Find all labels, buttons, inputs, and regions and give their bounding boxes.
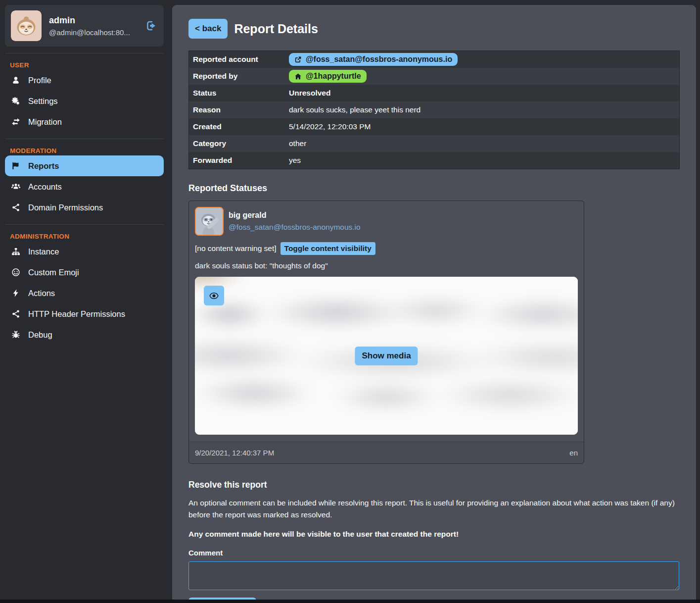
status-display-name: big gerald (229, 211, 361, 220)
sidebar-item-label: Migration (28, 117, 62, 127)
media-sensitive-toggle-button[interactable] (204, 286, 224, 305)
smiley-icon (11, 267, 21, 277)
resolve-section: Resolve this report An optional comment … (188, 480, 680, 603)
user-handle: @admin@localhost:80... (49, 28, 138, 37)
table-row: Category other (189, 135, 679, 152)
user-name: admin (49, 15, 138, 26)
sidebar-item-label: Debug (28, 330, 52, 340)
sidebar-item-debug[interactable]: Debug (5, 324, 164, 345)
reported-by-pill[interactable]: @1happyturtle (289, 70, 367, 83)
table-row: Reason dark souls sucks, please yeet thi… (189, 101, 679, 118)
user-icon (11, 75, 21, 85)
created-value: 5/14/2022, 12:20:03 PM (289, 120, 374, 133)
reported-account-handle: @foss_satan@fossbros-anonymous.io (306, 55, 452, 64)
row-label: Category (189, 136, 289, 151)
reported-account-pill[interactable]: @foss_satan@fossbros-anonymous.io (289, 53, 458, 66)
show-media-button[interactable]: Show media (355, 347, 418, 365)
status-handle[interactable]: @foss_satan@fossbros-anonymous.io (229, 223, 361, 232)
resolve-warning: Any comment made here will be visible to… (188, 530, 680, 539)
status-footer: 9/20/2021, 12:40:37 PM en (189, 442, 584, 463)
reported-by-handle: @1happyturtle (306, 72, 361, 81)
eye-icon (209, 291, 219, 301)
logout-icon[interactable] (145, 19, 158, 32)
sidebar-item-profile[interactable]: Profile (5, 70, 164, 91)
share-nodes-icon (11, 202, 21, 212)
status-card: big gerald @foss_satan@fossbros-anonymou… (188, 201, 584, 464)
table-row: Reported account @foss_satan@fossbros-an… (189, 51, 679, 68)
sidebar-item-label: Custom Emoji (28, 268, 79, 277)
sidebar-item-label: Accounts (28, 182, 62, 192)
bottom-strip (0, 600, 700, 603)
divider (5, 139, 164, 139)
sidebar-item-label: Instance (28, 247, 59, 256)
avatar (11, 10, 42, 41)
sidebar-item-custom-emoji[interactable]: Custom Emoji (5, 262, 164, 283)
sidebar-item-reports[interactable]: Reports (5, 155, 164, 176)
status-content: dark souls status bot: "thoughts of dog" (195, 261, 578, 270)
row-label: Created (189, 119, 289, 134)
sidebar-item-migration[interactable]: Migration (5, 111, 164, 132)
row-label: Forwarded (189, 153, 289, 168)
status-timestamp: 9/20/2021, 12:40:37 PM (195, 449, 274, 457)
reason-value: dark souls sucks, please yeet this nerd (289, 103, 424, 116)
sitemap-icon (11, 247, 21, 256)
comment-label: Comment (188, 549, 680, 557)
sidebar-item-label: Profile (28, 76, 51, 85)
status-value: Unresolved (289, 87, 334, 100)
sidebar-item-label: Domain Permissions (28, 203, 103, 212)
nav-section-moderation: MODERATION (5, 144, 164, 155)
sidebar-item-http-header-permissions[interactable]: HTTP Header Permissions (5, 303, 164, 324)
row-label: Reason (189, 102, 289, 117)
user-card[interactable]: admin @admin@localhost:80... (5, 5, 164, 47)
main-panel: < back Report Details Reported account @… (172, 5, 696, 603)
sidebar-item-label: Reports (28, 161, 59, 171)
row-label: Reported account (189, 52, 289, 67)
share-nodes-icon (11, 309, 21, 319)
sidebar: admin @admin@localhost:80... USER (5, 5, 164, 345)
nav-section-administration: ADMINISTRATION (5, 230, 164, 241)
table-row: Reported by @1happyturtle (189, 68, 679, 85)
sidebar-item-domain-permissions[interactable]: Domain Permissions (5, 197, 164, 218)
table-row: Forwarded yes (189, 152, 679, 169)
content-warning-row: [no content warning set] Toggle content … (195, 242, 578, 255)
user-info: admin @admin@localhost:80... (49, 15, 138, 37)
forwarded-value: yes (289, 154, 305, 167)
resolve-description: An optional comment can be included whil… (188, 497, 680, 521)
sidebar-item-label: Actions (28, 289, 55, 298)
sidebar-item-settings[interactable]: Settings (5, 91, 164, 111)
external-link-icon (294, 56, 302, 63)
sidebar-item-accounts[interactable]: Accounts (5, 176, 164, 197)
sidebar-item-actions[interactable]: Actions (5, 283, 164, 303)
sidebar-nav: USER Profile (5, 58, 164, 345)
table-row: Status Unresolved (189, 85, 679, 101)
home-icon (294, 73, 302, 80)
table-row: Created 5/14/2022, 12:20:03 PM (189, 118, 679, 135)
right-left-icon (11, 117, 21, 127)
divider (5, 53, 164, 53)
resolve-heading: Resolve this report (188, 480, 680, 490)
flag-icon (11, 161, 21, 171)
gears-icon (11, 96, 21, 106)
back-button[interactable]: < back (188, 19, 228, 39)
app-root: admin @admin@localhost:80... USER (0, 0, 700, 603)
reported-statuses-heading: Reported Statuses (188, 183, 680, 194)
category-value: other (289, 137, 310, 150)
row-label: Status (189, 86, 289, 100)
status-avatar (195, 207, 224, 236)
bug-icon (11, 330, 21, 340)
page-header: < back Report Details (188, 19, 680, 39)
status-media[interactable]: Show media (195, 277, 578, 435)
users-icon (11, 182, 21, 192)
divider (5, 224, 164, 225)
sidebar-item-label: Settings (28, 97, 58, 106)
sidebar-item-instance[interactable]: Instance (5, 241, 164, 262)
report-details-table: Reported account @foss_satan@fossbros-an… (188, 50, 680, 169)
status-author: big gerald @foss_satan@fossbros-anonymou… (229, 211, 361, 232)
sidebar-item-label: HTTP Header Permissions (28, 309, 125, 319)
comment-input[interactable] (188, 561, 679, 590)
content-warning-label: [no content warning set] (195, 244, 277, 253)
row-label: Reported by (189, 69, 289, 84)
page-title: Report Details (234, 22, 318, 36)
toggle-content-visibility-button[interactable]: Toggle content visibility (280, 242, 375, 255)
status-language: en (569, 449, 578, 457)
